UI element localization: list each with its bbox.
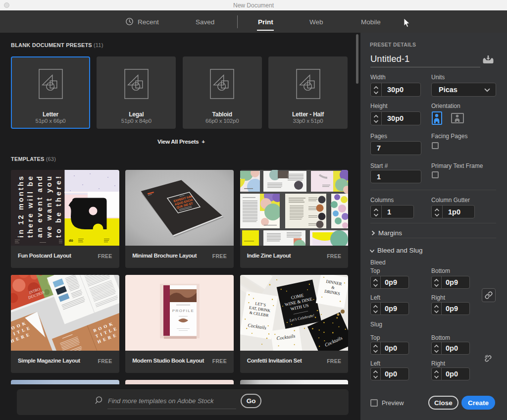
svg-text:dȯ: dȯ [69,239,73,242]
svg-text:PROFILE: PROFILE [172,309,195,313]
svg-text:we want you: we want you [45,176,53,238]
svg-text:in 12 months: in 12 months [17,176,25,238]
